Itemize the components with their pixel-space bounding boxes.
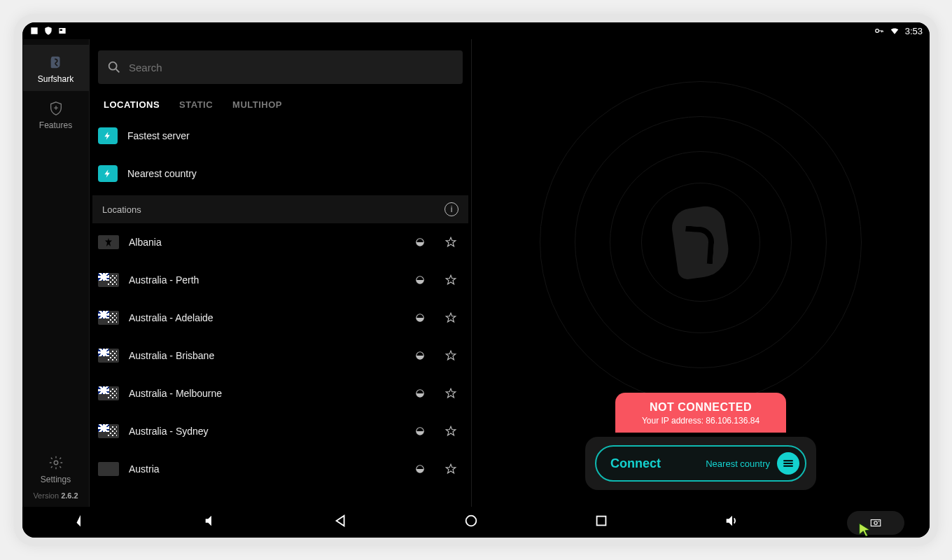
android-navbar [22,507,930,538]
location-name: Australia - Adelaide [129,312,214,323]
fastest-server-label: Fastest server [127,130,190,141]
location-list[interactable]: Albania Australia - Perth Australia - Ad… [90,223,471,507]
bolt-icon [98,127,118,144]
load-icon [414,425,426,438]
svg-point-2 [875,29,878,33]
load-icon [414,236,426,248]
info-button[interactable]: i [444,202,458,216]
nearest-country-label: Nearest country [127,168,197,179]
location-row[interactable]: Australia - Sydney [90,412,471,450]
connection-pane: NOT CONNECTED Your IP address: 86.106.13… [472,39,930,507]
nav-recents[interactable] [585,509,617,536]
fastest-server-row[interactable]: Fastest server [90,117,471,155]
flag-icon [98,311,119,325]
location-name: Austria [129,463,160,475]
load-icon [414,463,426,475]
tab-static[interactable]: STATIC [179,99,213,110]
favorite-button[interactable] [444,387,457,400]
connect-menu-button[interactable] [777,452,799,475]
clock: 3:53 [905,26,923,36]
sonar-graphic [540,81,862,403]
left-rail: Surfshark Features Settings Version 2.6.… [22,39,90,507]
rail-settings[interactable]: Settings [23,445,89,491]
locations-pane: LOCATIONS STATIC MULTIHOP Fastest server… [90,39,472,507]
favorite-button[interactable] [444,312,457,324]
menu-icon [782,457,794,470]
search-icon [106,59,122,75]
search-box[interactable] [98,50,463,84]
svg-point-4 [109,62,117,70]
load-icon [414,387,426,400]
key-icon [874,26,884,36]
flag-icon [98,273,119,287]
location-row[interactable]: Austria [90,450,471,488]
flag-icon [98,349,119,363]
flag-icon [98,235,119,249]
connect-label: Connect [610,456,661,471]
rail-surfshark-label: Surfshark [38,74,74,84]
favorite-button[interactable] [444,463,457,475]
shield-icon [43,26,53,36]
connection-status-ip: Your IP address: 86.106.136.84 [626,416,775,426]
tab-locations[interactable]: LOCATIONS [104,99,160,110]
location-row[interactable]: Albania [90,223,471,261]
screenshot-button[interactable] [847,511,904,535]
connection-status-card: NOT CONNECTED Your IP address: 86.106.13… [615,393,786,433]
flag-icon [98,386,119,400]
svg-rect-1 [60,29,63,31]
flag-icon [98,462,119,476]
svg-point-12 [466,516,477,526]
bolt-icon [98,165,118,182]
rail-features[interactable]: Features [23,91,89,137]
rail-features-label: Features [39,120,72,130]
load-icon [414,312,426,324]
favorite-button[interactable] [444,274,457,286]
connection-status-title: NOT CONNECTED [626,401,775,414]
image-icon [29,26,39,36]
location-row[interactable]: Australia - Perth [90,261,471,299]
svg-rect-14 [871,520,881,526]
location-row[interactable]: Australia - Adelaide [90,299,471,337]
connect-selection: Nearest country [706,458,770,469]
load-icon [414,349,426,362]
flag-icon [98,424,119,438]
rail-surfshark[interactable]: Surfshark [23,45,89,91]
location-row[interactable]: Australia - Brisbane [90,337,471,374]
wifi-icon [890,26,899,36]
gear-icon [48,455,64,470]
location-name: Australia - Brisbane [129,350,214,361]
favorite-button[interactable] [444,236,457,248]
tab-multihop[interactable]: MULTIHOP [232,99,282,110]
favorite-button[interactable] [444,349,457,362]
favorite-button[interactable] [444,425,457,438]
search-input[interactable] [129,62,454,74]
card-icon [57,26,67,36]
locations-section-header: Locations i [92,195,468,223]
location-row[interactable]: Australia - Melbourne [90,374,471,412]
svg-point-16 [878,521,880,522]
nav-volume-down-alt[interactable] [195,509,227,536]
connect-button[interactable]: Connect Nearest country [595,445,806,482]
version-label: Version 2.6.2 [33,491,78,507]
location-name: Albania [129,237,162,248]
rail-settings-label: Settings [41,475,71,484]
nav-back[interactable] [325,509,357,536]
connect-card: Connect Nearest country [585,437,816,490]
svg-point-3 [54,461,58,465]
android-statusbar: 3:53 [22,22,930,39]
shield-plus-icon [48,101,64,116]
load-icon [414,274,426,286]
svg-point-15 [874,522,878,525]
svg-rect-13 [597,517,606,526]
cursor-icon [857,522,872,538]
location-name: Australia - Melbourne [129,388,222,399]
location-name: Australia - Perth [129,274,199,286]
nearest-country-row[interactable]: Nearest country [90,155,471,192]
surfshark-icon [48,55,64,70]
nav-volume-up[interactable] [715,509,748,536]
nav-volume-down[interactable] [64,509,97,536]
location-name: Australia - Sydney [129,426,209,437]
locations-section-title: Locations [102,204,141,215]
nav-home[interactable] [455,509,487,536]
tabs: LOCATIONS STATIC MULTIHOP [90,90,471,117]
